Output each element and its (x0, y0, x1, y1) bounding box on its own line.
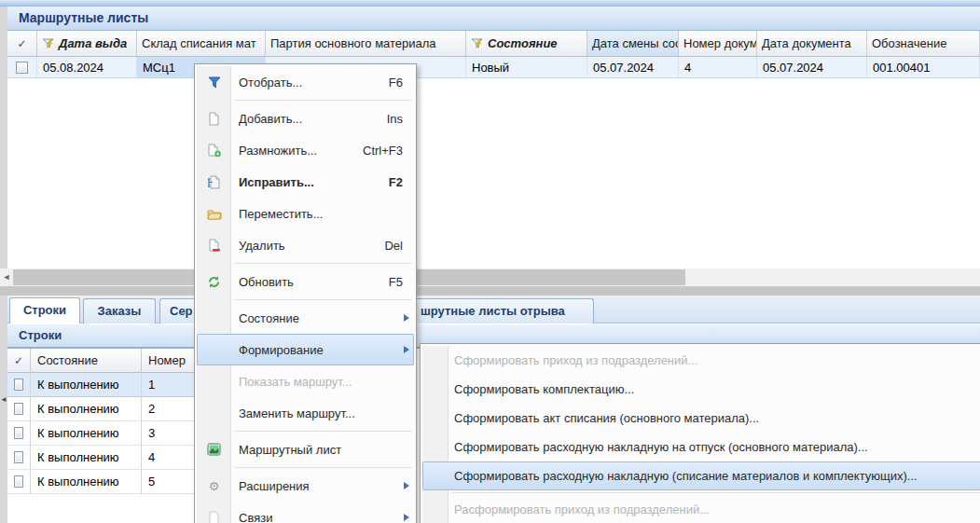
cell-state[interactable]: К выполнению (31, 397, 142, 421)
scrollbar-left-arrow-icon[interactable]: ◄ (1, 268, 12, 286)
menu-item-shortcut: F5 (389, 275, 414, 289)
formation-submenu: Сформировать приход из подразделений... … (420, 343, 980, 523)
cell-state[interactable]: Новый (466, 57, 587, 78)
delete-page-icon (197, 239, 231, 253)
column-header-doc-date[interactable]: Дата документа (757, 31, 867, 57)
row-checkbox[interactable] (14, 403, 23, 415)
menu-item-route-sheet[interactable]: Маршрутный лист (197, 434, 414, 465)
menu-item-delete[interactable]: Удалить Del (197, 229, 414, 261)
menu-separator (234, 263, 412, 264)
menu-item-duplicate[interactable]: Размножить... Ctrl+F3 (197, 134, 414, 166)
submenu-item-form-expense-invoice[interactable]: Сформировать расходную накладную (списан… (422, 461, 980, 490)
horizontal-scrollbar[interactable]: ◄ (0, 268, 980, 286)
row-checkbox[interactable] (16, 62, 28, 74)
submenu-arrow-icon (404, 482, 409, 489)
column-header-warehouse[interactable]: Склад списания мат (137, 31, 266, 57)
row-checkbox[interactable] (14, 475, 23, 488)
column-header-label: Дата документа (762, 36, 851, 50)
menu-item-label: Обновить (231, 275, 389, 289)
folder-icon (197, 208, 231, 220)
menu-item-shortcut: F6 (389, 76, 414, 89)
column-header-issue-date[interactable]: Дата выда (37, 31, 137, 57)
menu-item-add[interactable]: Добавить... Ins (197, 103, 414, 134)
menu-item-filter[interactable]: Отобрать... F6 (197, 66, 414, 98)
left-gutter: ◄ (0, 7, 7, 523)
panel-splitter[interactable] (0, 286, 980, 296)
row-check-cell[interactable] (7, 397, 31, 421)
page-icon (197, 511, 231, 523)
column-header-label: Партия основного материала (270, 36, 436, 50)
column-header-doc-number[interactable]: Номер докум (679, 31, 757, 57)
window-top-strip (0, 0, 980, 7)
row-check-cell[interactable] (7, 446, 31, 470)
cell-state[interactable]: К выполнению (31, 373, 142, 397)
menu-separator (234, 100, 412, 101)
column-header-designation[interactable]: Обозначение (867, 31, 980, 57)
cell-designation[interactable]: 001.00401 (867, 57, 980, 78)
menu-item-extensions[interactable]: ⚙ Расширения (197, 470, 414, 502)
cell-state[interactable]: К выполнению (31, 421, 142, 446)
tab-tear-route-sheets[interactable]: шрутные листы отрыва (410, 298, 594, 323)
top-grid-check-column-header[interactable]: ✓ (7, 31, 37, 57)
submenu-arrow-icon (404, 514, 409, 521)
cell-doc-number[interactable]: 4 (679, 57, 757, 78)
page-title: Маршрутные листы (7, 7, 980, 31)
lines-column-header-state[interactable]: Состояние (31, 349, 142, 373)
menu-item-label: Связи (231, 511, 414, 523)
menu-item-links[interactable]: Связи (197, 502, 414, 523)
submenu-arrow-icon (404, 314, 409, 322)
cell-issue-date[interactable]: 05.08.2024 (37, 57, 137, 78)
column-header-batch[interactable]: Партия основного материала (266, 31, 466, 57)
submenu-item-unform-receipt: Расформировать приход из подразделений..… (422, 495, 980, 523)
table-row[interactable]: 05.08.2024 МСц1 Новый 05.07.2024 4 05.07… (7, 57, 980, 78)
column-header-state-change-date[interactable]: Дата смены сос (587, 31, 679, 57)
submenu-item-form-writeoff-act[interactable]: Сформировать акт списания (основного мат… (422, 404, 980, 433)
menu-item-refresh[interactable]: Обновить F5 (197, 266, 414, 297)
menu-item-label: Расширения (231, 479, 414, 493)
collapse-left-arrow-icon[interactable]: ◄ (0, 396, 7, 404)
cell-doc-date[interactable]: 05.07.2024 (757, 57, 867, 78)
menu-item-label: Исправить... (231, 175, 389, 189)
new-page-icon (197, 112, 231, 126)
column-header-label: Дата выда (59, 36, 127, 50)
menu-separator (234, 431, 412, 432)
row-checkbox[interactable] (14, 451, 23, 463)
cell-state[interactable]: К выполнению (31, 470, 142, 494)
column-header-label: Дата смены сос (592, 36, 679, 50)
row-check-cell[interactable] (7, 421, 31, 446)
tab-lines[interactable]: Строки (9, 297, 80, 323)
filter-icon (197, 76, 231, 89)
menu-item-label: Состояние (231, 311, 414, 325)
menu-separator (234, 299, 412, 300)
menu-item-state[interactable]: Состояние (197, 302, 414, 334)
tab-orders[interactable]: Заказы (83, 298, 156, 323)
menu-item-edit[interactable]: Исправить... F2 (197, 166, 414, 198)
menu-item-label: Формирование (231, 343, 414, 357)
menu-item-label: Показать маршрут... (231, 375, 414, 389)
row-checkbox[interactable] (14, 378, 23, 391)
column-header-label: Состояние (488, 36, 558, 50)
menu-item-label: Удалить (231, 239, 384, 253)
filter-lightning-icon (42, 38, 56, 49)
row-checkbox[interactable] (14, 427, 23, 439)
column-header-state[interactable]: Состояние (466, 31, 587, 57)
cell-state[interactable]: К выполнению (31, 446, 142, 470)
submenu-item-form-kitting[interactable]: Сформировать комплектацию... (422, 375, 980, 404)
menu-item-label: Переместить... (231, 207, 403, 221)
menu-item-shortcut: Ins (387, 112, 414, 126)
menu-item-label: Добавить... (231, 112, 387, 126)
submenu-item-form-issue-invoice[interactable]: Сформировать расходную накладную на отпу… (422, 433, 980, 461)
row-check-cell[interactable] (7, 373, 31, 397)
top-grid-header-row: ✓ Дата выда Склад списания мат Партия ос… (7, 31, 980, 57)
row-check-cell[interactable] (7, 57, 37, 78)
lines-check-column-header[interactable]: ✓ (7, 349, 31, 373)
menu-item-shortcut: F2 (389, 175, 414, 189)
menu-item-formation[interactable]: Формирование (197, 334, 414, 365)
menu-item-replace-route[interactable]: Заменить маршрут... (197, 397, 414, 429)
menu-item-move[interactable]: Переместить... (197, 198, 414, 229)
cell-state-change-date[interactable]: 05.07.2024 (587, 57, 679, 78)
duplicate-page-icon (197, 144, 231, 158)
row-check-cell[interactable] (7, 470, 31, 494)
report-icon (197, 443, 231, 456)
menu-item-label: Заменить маршрут... (231, 406, 414, 420)
